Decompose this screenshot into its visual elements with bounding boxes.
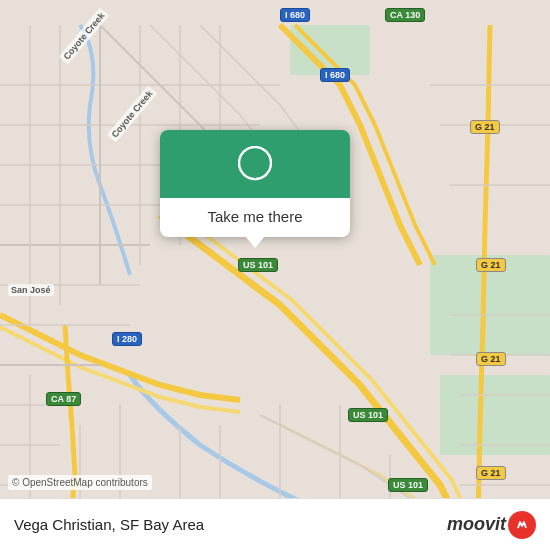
location-pin-icon	[238, 146, 272, 188]
bottom-bar: Vega Christian, SF Bay Area moovit	[0, 498, 550, 550]
shield-i680-top: I 680	[280, 8, 310, 22]
map-container: I 680 CA 130 I 680 G 21 US 101 G 21 I 28…	[0, 0, 550, 550]
popup-triangle	[245, 236, 265, 248]
moovit-text: moovit	[447, 514, 506, 535]
copyright-text: © OpenStreetMap contributors	[8, 475, 152, 490]
shield-us101-lower: US 101	[348, 408, 388, 422]
moovit-icon	[508, 511, 536, 539]
take-me-there-button[interactable]: Take me there	[160, 198, 350, 237]
shield-us101-mid: US 101	[238, 258, 278, 272]
label-san-jose: San José	[8, 284, 54, 296]
moovit-logo: moovit	[447, 511, 536, 539]
shield-g21-top: G 21	[470, 120, 500, 134]
shield-g21-bottom: G 21	[476, 466, 506, 480]
shield-g21-mid: G 21	[476, 258, 506, 272]
shield-i680-mid: I 680	[320, 68, 350, 82]
location-name: Vega Christian, SF Bay Area	[14, 516, 204, 533]
shield-i280: I 280	[112, 332, 142, 346]
shield-us101-bottom: US 101	[388, 478, 428, 492]
svg-rect-2	[440, 375, 550, 455]
popup: Take me there	[160, 130, 350, 248]
shield-ca130: CA 130	[385, 8, 425, 22]
shield-g21-lower: G 21	[476, 352, 506, 366]
popup-header	[160, 130, 350, 198]
shield-ca87: CA 87	[46, 392, 81, 406]
